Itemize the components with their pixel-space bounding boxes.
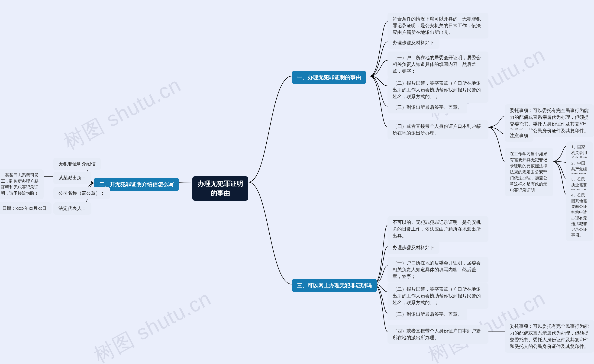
s2-l3[interactable]: 公司名称（盖公章）： [53,187,110,199]
s1-p2[interactable]: 办理步骤及材料如下 [387,37,439,49]
s3-p3[interactable]: （一）户口所在地的居委会开证明，居委会相关负责人知道具体的填写内容，然后盖章，签… [387,257,488,283]
branch-1[interactable]: 一、办理无犯罪证明的事由 [292,71,366,84]
s3-p4[interactable]: （二）报片民警，签字盖章（户口所在地派出所的工作人员会协助帮你找到报片民警的姓名… [387,283,488,309]
s3-p6-entrust[interactable]: 委托事项：可以委托有完全民事行为能力的配偶或直系亲属代为办理，但须提交委托书、委… [505,320,594,353]
s2-l4-sub[interactable]: 日期：xxxx年xx月xx日 [0,202,52,214]
s1-p4[interactable]: （二）报片民警，签字盖章（户口所在地派出所的工作人员会协助帮你找到报片民警的姓名… [387,77,488,103]
s1-p6-needcase[interactable]: 在工作学习当中如果有需要开具无犯罪记录证明的要依照法律法规的规定去公安部门依法办… [505,148,554,196]
s1-p5[interactable]: （三）到派出所最后签字、盖章。 [387,101,467,114]
s2-l2-sub[interactable]: 某某同志系我司员工，到你所办理户籍证明和无犯罪记录证明，请予接洽为盼！ [0,169,44,199]
watermark: 树图 shutu.cn [59,71,186,156]
s2-l4[interactable]: 法定代表人： [53,202,91,215]
s3-p6[interactable]: （四）或者直接带个人身份证户口本到户籍所在地的派出所办理。 [387,325,488,344]
s2-l1[interactable]: 无犯罪证明介绍信 [53,158,101,170]
s1-list-4[interactable]: 4、公民因其他需要向公证机构申请办理有无违法犯罪记录公证事项。 [566,190,593,241]
s1-p6[interactable]: （四）或者直接带个人身份证户口本到户籍所在地的派出所办理。 [387,120,488,139]
s1-p1[interactable]: 符合条件的情况下就可以开具的。无犯罪犯罪记录证明，是公安机关的日常工作，依法应由… [387,13,488,39]
center-topic[interactable]: 办理无犯罪证明的事由 [192,176,248,201]
s3-p5[interactable]: （三）到派出所最后签字、盖章。 [387,308,467,320]
s3-p1[interactable]: 不可以的。无犯罪犯罪记录证明，是公安机关的日常工作，依法应由户籍所在地派出所出具… [387,216,488,242]
branch-3[interactable]: 三、可以网上办理无犯罪证明吗 [292,279,377,292]
s1-p3[interactable]: （一）户口所在地的居委会开证明，居委会相关负责人知道具体的填写内容，然后盖章，签… [387,52,488,77]
watermark: 树图 shutu.cn [89,285,216,364]
s3-p2[interactable]: 办理步骤及材料如下 [387,242,439,254]
s2-l2[interactable]: 某某派出所： [53,172,91,184]
s1-p6-notice-header[interactable]: 注意事项 [505,129,533,142]
